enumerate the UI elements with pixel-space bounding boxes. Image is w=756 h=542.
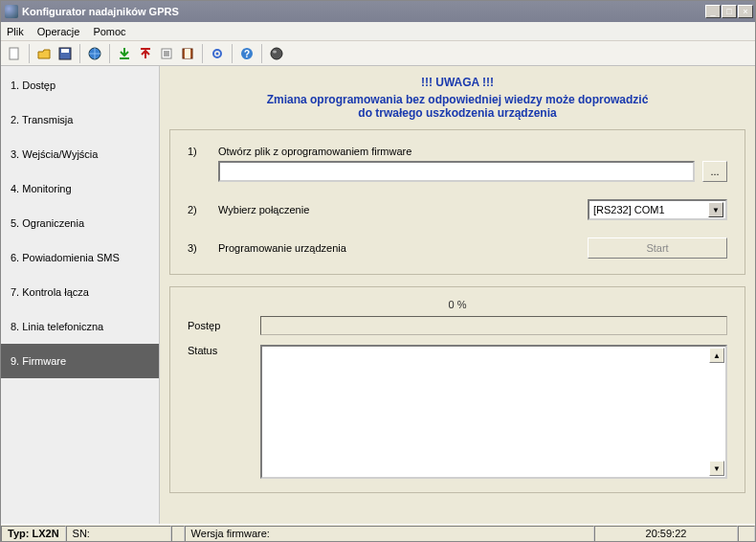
warning-title: !!! UWAGA !!! <box>169 76 745 89</box>
step3-label: Programowanie urządzenia <box>218 242 390 254</box>
progress-bar <box>260 316 727 335</box>
status-type-value: LX2N <box>32 528 58 539</box>
help-icon[interactable]: ? <box>237 44 256 63</box>
step1-number: 1) <box>188 146 218 157</box>
sidebar-item-wejscia[interactable]: 3. Wejścia/Wyjścia <box>1 137 159 171</box>
maximize-button[interactable]: □ <box>722 5 737 18</box>
close-button[interactable]: × <box>738 5 753 18</box>
menu-operations[interactable]: Operacje <box>37 26 80 37</box>
svg-rect-2 <box>61 49 69 53</box>
separator <box>109 44 110 63</box>
progress-group: 0 % Postęp Status ▲ ▼ <box>169 286 745 493</box>
titlebar: Konfigurator nadajników GPRS _ □ × <box>1 1 755 22</box>
sphere-icon[interactable] <box>267 44 286 63</box>
separator <box>261 44 262 63</box>
scroll-up-icon[interactable]: ▲ <box>709 348 724 363</box>
step2-label: Wybierz połączenie <box>218 204 390 215</box>
svg-text:?: ? <box>244 49 250 59</box>
sidebar-item-monitoring[interactable]: 4. Monitoring <box>1 171 159 206</box>
svg-rect-6 <box>185 49 190 58</box>
menu-file[interactable]: Plik <box>7 26 24 37</box>
book-icon[interactable] <box>178 44 197 63</box>
progress-label: Postęp <box>188 320 260 331</box>
open-icon[interactable] <box>34 44 54 63</box>
separator <box>232 44 233 63</box>
chevron-down-icon[interactable]: ▼ <box>708 202 723 217</box>
menubar: Plik Operacje Pomoc <box>1 22 755 41</box>
warning-line2: do trwałego uszkodzenia urządzenia <box>169 106 745 120</box>
status-fw-label: Wersja firmware: <box>191 528 270 539</box>
window-title: Konfigurator nadajników GPRS <box>22 6 704 17</box>
main-panel: !!! UWAGA !!! Zmiana oprogramowania bez … <box>160 66 755 524</box>
start-button[interactable]: Start <box>588 237 727 259</box>
warning-line1: Zmiana oprogramowania bez odpowiedniej w… <box>169 93 745 106</box>
menu-help[interactable]: Pomoc <box>93 26 125 37</box>
status-time: 20:59:22 <box>646 528 687 539</box>
minimize-button[interactable]: _ <box>705 5 721 18</box>
sidebar-item-firmware[interactable]: 9. Firmware <box>1 344 159 378</box>
separator <box>202 44 203 63</box>
sidebar-item-linia[interactable]: 8. Linia telefoniczna <box>1 309 159 344</box>
svg-point-11 <box>271 48 282 59</box>
globe-icon[interactable] <box>85 44 104 63</box>
client-area: 1. Dostęp 2. Transmisja 3. Wejścia/Wyjśc… <box>1 66 755 524</box>
warning-block: !!! UWAGA !!! Zmiana oprogramowania bez … <box>169 76 745 120</box>
svg-point-8 <box>216 52 219 55</box>
upload-icon[interactable] <box>136 44 155 63</box>
step3-number: 3) <box>188 242 218 254</box>
log-icon[interactable] <box>157 44 176 63</box>
resize-grip[interactable] <box>738 526 755 542</box>
download-icon[interactable] <box>115 44 134 63</box>
gear-icon[interactable] <box>208 44 227 63</box>
sidebar-item-sms[interactable]: 6. Powiadomienia SMS <box>1 240 159 275</box>
status-label: Status <box>188 345 260 479</box>
status-textarea[interactable]: ▲ ▼ <box>260 345 727 479</box>
sidebar-item-kontrola[interactable]: 7. Kontrola łącza <box>1 275 159 309</box>
firmware-file-input[interactable] <box>218 161 695 182</box>
step1-label: Otwórz plik z oprogramowaniem firmware <box>218 146 727 157</box>
statusbar: Typ: LX2N SN: Wersja firmware: 20:59:22 <box>1 524 755 542</box>
sidebar-item-transmisja[interactable]: 2. Transmisja <box>1 102 159 137</box>
status-sn-label: SN: <box>73 528 90 539</box>
firmware-steps-group: 1) Otwórz plik z oprogramowaniem firmwar… <box>169 129 745 275</box>
sidebar-item-ograniczenia[interactable]: 5. Ograniczenia <box>1 206 159 240</box>
step2-number: 2) <box>188 204 218 215</box>
sidebar-item-dostep[interactable]: 1. Dostęp <box>1 68 159 102</box>
scroll-down-icon[interactable]: ▼ <box>709 461 724 476</box>
sidebar: 1. Dostęp 2. Transmisja 3. Wejścia/Wyjśc… <box>1 66 160 524</box>
connection-combo[interactable]: [RS232] COM1 ▼ <box>588 199 727 220</box>
progress-percent: 0 % <box>188 299 727 310</box>
separator <box>29 44 30 63</box>
browse-button[interactable]: ... <box>702 161 727 182</box>
save-icon[interactable] <box>56 44 75 63</box>
new-icon[interactable] <box>5 44 24 63</box>
connection-combo-value: [RS232] COM1 <box>593 204 708 215</box>
separator <box>79 44 80 63</box>
svg-point-12 <box>273 50 277 53</box>
app-icon <box>5 5 18 18</box>
svg-rect-0 <box>10 48 18 59</box>
status-type-label: Typ: <box>8 528 29 539</box>
toolbar: ? <box>1 41 755 66</box>
window-buttons: _ □ × <box>704 5 753 18</box>
